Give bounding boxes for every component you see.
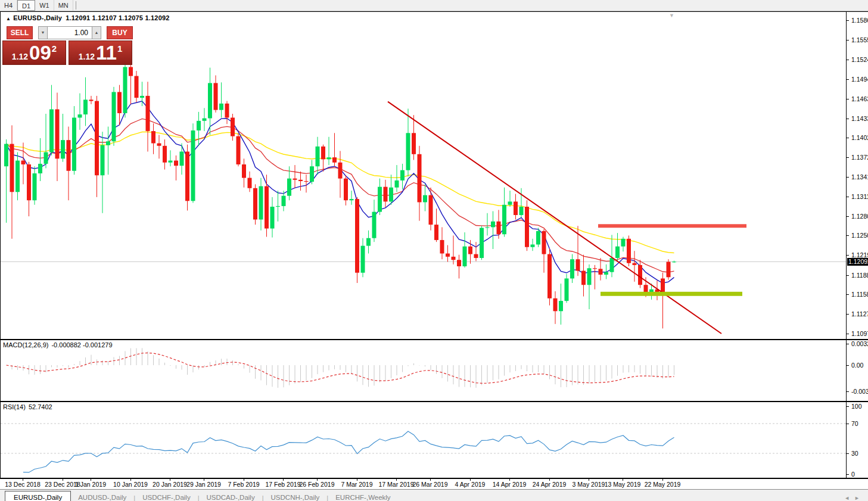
- axis-tick: [847, 255, 849, 256]
- chart-header: ▲EURUSD-,Daily1.12091 1.12107 1.12075 1.…: [6, 14, 170, 21]
- buy-price-box[interactable]: 1.12 11 1: [69, 41, 132, 65]
- volume-down-button[interactable]: ▼: [38, 26, 48, 39]
- timeframe-button-d1[interactable]: D1: [17, 0, 35, 11]
- price-axis[interactable]: 1.158601.155501.152451.149401.146351.143…: [846, 12, 868, 478]
- tab-nav-left-icon[interactable]: ◄: [844, 495, 854, 501]
- axis-tick-label: 1.11885: [851, 272, 868, 279]
- volume-up-button[interactable]: ▲: [92, 26, 101, 39]
- price-axis-main[interactable]: 1.158601.155501.152451.149401.146351.143…: [847, 12, 868, 339]
- chart-shift-icon[interactable]: ▼: [669, 13, 674, 18]
- axis-tick-label: 1.15860: [851, 17, 868, 24]
- axis-tick-label: 1.13720: [851, 154, 868, 161]
- axis-tick: [847, 365, 849, 366]
- axis-tick: [847, 344, 849, 344]
- sell-price-box[interactable]: 1.12 09 2: [2, 41, 66, 65]
- axis-tick-label: 0: [851, 471, 855, 478]
- buy-price-prefix: 1.12: [79, 52, 95, 61]
- sell-price-main: 09: [29, 42, 51, 64]
- tab-usdcnh-daily[interactable]: USDCNH-,Daily: [264, 491, 327, 501]
- time-axis-label: 29 Jan 2019: [186, 481, 221, 488]
- timeframe-button-h4[interactable]: H4: [0, 0, 17, 11]
- chart-title: EURUSD-,Daily: [13, 14, 62, 21]
- axis-tick: [847, 119, 849, 119]
- chart-tab-bar: EURUSD-,DailyAUDUSD-,Daily|USDCHF-,Daily…: [0, 489, 868, 501]
- axis-tick-label: 1.12500: [851, 232, 868, 239]
- sell-button[interactable]: SELL: [7, 26, 33, 39]
- time-axis-label: 13 May 2019: [605, 481, 641, 488]
- macd-canvas[interactable]: [1, 340, 846, 401]
- time-axis-label: 10 Jan 2019: [113, 481, 148, 488]
- axis-tick-label: 1.12805: [851, 213, 868, 220]
- spacer: [33, 26, 38, 39]
- axis-tick: [847, 20, 849, 21]
- tab-eurchf-weekly[interactable]: EURCHF-,Weekly: [328, 491, 397, 501]
- axis-tick-label: 1.14025: [851, 134, 868, 141]
- tab-audusd-daily[interactable]: AUDUSD-,Daily: [71, 491, 133, 501]
- axis-tick: [847, 235, 849, 236]
- time-axis-label: 24 Apr 2019: [533, 481, 567, 488]
- timeframe-button-mn[interactable]: MN: [54, 0, 73, 11]
- time-axis-label: 20 Jan 2019: [153, 481, 187, 488]
- axis-tick: [847, 334, 849, 334]
- axis-tick: [847, 197, 849, 197]
- timeframe-button-w1[interactable]: W1: [35, 0, 54, 11]
- axis-tick: [847, 79, 849, 80]
- axis-tick: [847, 474, 849, 475]
- macd-label: MACD(12,26,9)-0.000882 -0.001279: [3, 341, 113, 348]
- sell-price-pip: 2: [52, 43, 57, 54]
- sell-price-prefix: 1.12: [12, 52, 28, 61]
- time-axis-label: 4 Apr 2019: [455, 481, 486, 488]
- axis-tick-label: 0.00: [851, 362, 863, 369]
- axis-tick-label: 1.13415: [851, 173, 868, 181]
- axis-tick: [847, 40, 849, 41]
- time-axis-label: 13 Dec 2018: [5, 481, 41, 488]
- price-axis-macd[interactable]: 0.0032870.00-0.00365: [847, 339, 868, 401]
- one-click-trading-widget: SELL ▼ 1.00 ▲ BUY 1.12 09 2 1.12: [2, 26, 133, 65]
- axis-tick: [847, 406, 849, 407]
- tab-nav-arrows[interactable]: ◄►: [844, 495, 864, 501]
- buy-price-pip: 1: [117, 43, 122, 54]
- macd-values: -0.000882 -0.001279: [51, 341, 112, 348]
- time-axis-label: 22 May 2019: [645, 481, 681, 488]
- current-price-tag: 1.12092: [847, 258, 868, 266]
- toolbar-separator: [76, 1, 76, 10]
- axis-tick-label: 1.15550: [851, 36, 868, 43]
- axis-tick-label: 1.11580: [851, 291, 868, 298]
- time-axis-label: 26 Feb 2019: [300, 481, 335, 488]
- axis-tick: [847, 275, 849, 276]
- time-axis-label: 7 Feb 2019: [228, 481, 259, 488]
- buy-price-main: 11: [96, 42, 117, 64]
- axis-tick: [847, 424, 849, 424]
- spacer: [101, 26, 107, 39]
- time-axis-label: 1 Jan 2019: [75, 481, 106, 488]
- axis-tick-label: 1.10970: [851, 330, 868, 337]
- tab-usdcad-daily[interactable]: USDCAD-,Daily: [200, 491, 262, 501]
- axis-tick-label: 1.11275: [851, 310, 868, 318]
- axis-tick-label: 1.13110: [851, 193, 868, 200]
- rsi-canvas[interactable]: [1, 402, 846, 478]
- tab-nav-right-icon[interactable]: ►: [854, 495, 864, 501]
- tab-eurusd-daily[interactable]: EURUSD-,Daily: [5, 491, 71, 501]
- rsi-panel: RSI(14)52.7402: [1, 401, 846, 478]
- axis-tick-label: 70: [851, 420, 858, 427]
- axis-tick: [847, 99, 849, 99]
- time-axis-label: 17 Mar 2019: [379, 481, 414, 488]
- axis-tick: [847, 138, 849, 138]
- collapse-arrow-icon[interactable]: ▲: [6, 16, 11, 21]
- axis-tick: [847, 391, 849, 392]
- macd-panel: MACD(12,26,9)-0.000882 -0.001279: [1, 339, 846, 401]
- time-axis[interactable]: 13 Dec 201823 Dec 20181 Jan 201910 Jan 2…: [0, 478, 868, 489]
- axis-tick-label: -0.00365: [851, 388, 868, 395]
- axis-tick-label: 0.003287: [851, 340, 868, 347]
- price-axis-rsi[interactable]: 10070300: [847, 401, 868, 478]
- tab-usdchf-daily[interactable]: USDCHF-,Daily: [135, 491, 198, 501]
- axis-tick: [847, 177, 849, 178]
- time-axis-label: 3 May 2019: [573, 481, 605, 488]
- plot-column: ▲EURUSD-,Daily1.12091 1.12107 1.12075 1.…: [0, 12, 846, 478]
- buy-button[interactable]: BUY: [107, 26, 133, 39]
- axis-tick-label: 1.15245: [851, 56, 868, 63]
- axis-tick: [847, 216, 849, 217]
- axis-tick-label: 1.14330: [851, 115, 868, 122]
- time-axis-label: 14 Apr 2019: [493, 481, 527, 488]
- volume-input[interactable]: 1.00: [48, 26, 92, 39]
